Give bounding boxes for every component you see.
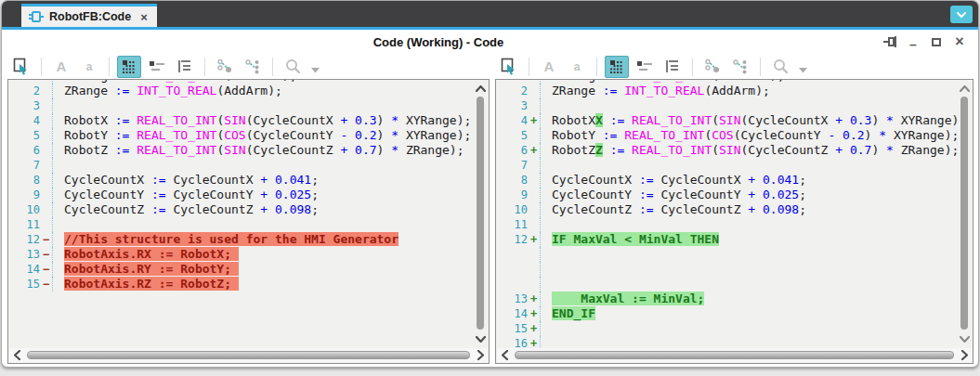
code-viewport[interactable]: 1XYRange := INT_TO_REAL(AddAxis);2ZRange… (8, 80, 474, 348)
code-line: 14+END_IF (496, 306, 958, 321)
code-text (540, 98, 958, 113)
line-number: 12 (496, 232, 528, 247)
next-difference-button[interactable] (700, 56, 725, 78)
code-line: 2ZRange := INT_TO_REAL(AddArm); (496, 84, 958, 98)
scroll-down-icon[interactable] (474, 332, 488, 345)
line-number: 10 (8, 202, 40, 217)
tab-strip: RobotFB:Code × (2, 1, 978, 27)
tab-close-icon[interactable]: × (140, 10, 148, 24)
code-text (540, 247, 958, 262)
line-number: 13 (8, 247, 40, 262)
search-button[interactable] (281, 56, 305, 78)
code-line: 9CycleCountY := CycleCountY + 0.025; (8, 188, 474, 202)
code-line (496, 247, 958, 262)
block-compare-button[interactable] (605, 56, 629, 78)
code-line: 6RobotZ := REAL_TO_INT(SIN(CycleCountZ +… (8, 143, 474, 158)
code-text (540, 321, 958, 336)
maximize-icon[interactable] (929, 34, 944, 49)
scroll-up-icon[interactable] (958, 82, 972, 95)
code-line: 8CycleCountX := CycleCountX + 0.041; (8, 173, 474, 188)
tab-overflow-chevron-icon[interactable] (950, 6, 973, 23)
outline-view-button[interactable] (173, 56, 197, 78)
editor-toolbar: A a (9, 54, 490, 79)
code-viewport[interactable]: 1XYRange := INT_TO_REAL(AddAxis);2ZRange… (496, 80, 958, 348)
code-text (52, 98, 474, 113)
code-text: RobotY := REAL_TO_INT(COS(CycleCountY - … (540, 128, 958, 143)
code-line: 12−//This structure is used for the HMI … (8, 232, 474, 247)
code-line (496, 277, 958, 292)
code-line: 4RobotX := REAL_TO_INT(SIN(CycleCountX +… (8, 113, 474, 128)
code-line: 15−RobotAxis.RZ := RobotZ; (8, 277, 474, 292)
toolbar-separator (204, 58, 205, 76)
search-button[interactable] (768, 56, 792, 78)
code-text: ZRange := INT_TO_REAL(AddArm); (52, 84, 474, 98)
vertical-scrollbar[interactable] (474, 81, 488, 347)
line-number: 7 (8, 158, 40, 173)
font-decrease-button[interactable]: a (77, 56, 101, 78)
removed-line-marker: − (40, 247, 52, 262)
horizontal-scroll-thumb[interactable] (515, 351, 954, 359)
horizontal-scrollbar[interactable] (497, 348, 972, 362)
previous-difference-button[interactable] (241, 56, 265, 78)
code-editor[interactable]: 1XYRange := INT_TO_REAL(AddAxis);2ZRange… (7, 79, 490, 364)
code-line: 15+ (496, 321, 958, 336)
line-number: 9 (8, 188, 40, 202)
code-editor[interactable]: 1XYRange := INT_TO_REAL(AddAxis);2ZRange… (495, 79, 973, 364)
line-number: 9 (496, 188, 528, 202)
next-difference-button[interactable] (213, 56, 237, 78)
scroll-right-icon[interactable] (957, 348, 972, 362)
line-number: 13 (496, 292, 528, 306)
title-row: Code (Working) - Code – × (2, 30, 978, 54)
scroll-down-icon[interactable] (958, 332, 972, 345)
scroll-up-icon[interactable] (474, 82, 488, 95)
added-line-marker: + (528, 292, 540, 306)
code-line: 9CycleCountY := CycleCountY + 0.025; (496, 188, 958, 202)
added-line-marker: + (528, 143, 540, 158)
font-increase-button[interactable]: A (537, 56, 561, 78)
code-line (496, 262, 958, 277)
toolbar-separator (272, 58, 273, 76)
select-mode-button[interactable] (497, 56, 521, 78)
code-text (540, 158, 958, 173)
code-text: RobotAxis.RY := RobotY; (52, 262, 474, 277)
vertical-scroll-thumb[interactable] (477, 97, 484, 330)
toolbar-separator (692, 58, 693, 76)
block-compare-button[interactable] (117, 56, 141, 78)
code-line: 11 (496, 217, 958, 232)
vertical-scrollbar[interactable] (958, 81, 972, 347)
outline-view-button[interactable] (660, 56, 685, 78)
code-line: 10CycleCountZ := CycleCountZ + 0.098; (8, 202, 474, 217)
minimize-icon[interactable]: – (906, 34, 921, 49)
toolbar-options-caret-icon[interactable] (796, 56, 809, 78)
previous-difference-button[interactable] (728, 56, 752, 78)
code-line: 13+ MaxVal := MinVal; (496, 292, 958, 306)
toolbar-separator (529, 58, 529, 76)
toolbar-options-caret-icon[interactable] (308, 56, 321, 78)
line-number: 14 (8, 262, 40, 277)
close-icon[interactable]: × (952, 34, 967, 49)
line-number: 14 (496, 306, 528, 321)
font-increase-button[interactable]: A (49, 56, 73, 78)
scroll-left-icon[interactable] (497, 348, 512, 362)
line-number: 4 (496, 113, 528, 128)
tab-robotfb-code[interactable]: RobotFB:Code × (21, 4, 157, 27)
scroll-left-icon[interactable] (9, 348, 24, 362)
select-mode-button[interactable] (9, 56, 33, 78)
code-text: RobotAxis.RX := RobotX; (52, 247, 474, 262)
code-line: 11 (8, 217, 474, 232)
inline-compare-button[interactable] (145, 56, 169, 78)
tab-label: RobotFB:Code (49, 10, 131, 23)
scroll-right-icon[interactable] (473, 348, 488, 362)
line-number: 7 (496, 158, 528, 173)
line-number: 10 (496, 202, 528, 217)
added-line-marker: + (528, 306, 540, 321)
horizontal-scroll-thumb[interactable] (27, 351, 470, 359)
line-number: 16 (496, 336, 528, 348)
inline-compare-button[interactable] (633, 56, 657, 78)
pin-icon[interactable] (882, 34, 897, 49)
line-number: 3 (496, 98, 528, 113)
font-decrease-button[interactable]: a (565, 56, 589, 78)
line-number: 6 (496, 143, 528, 158)
horizontal-scrollbar[interactable] (9, 348, 488, 362)
vertical-scroll-thumb[interactable] (960, 97, 968, 330)
